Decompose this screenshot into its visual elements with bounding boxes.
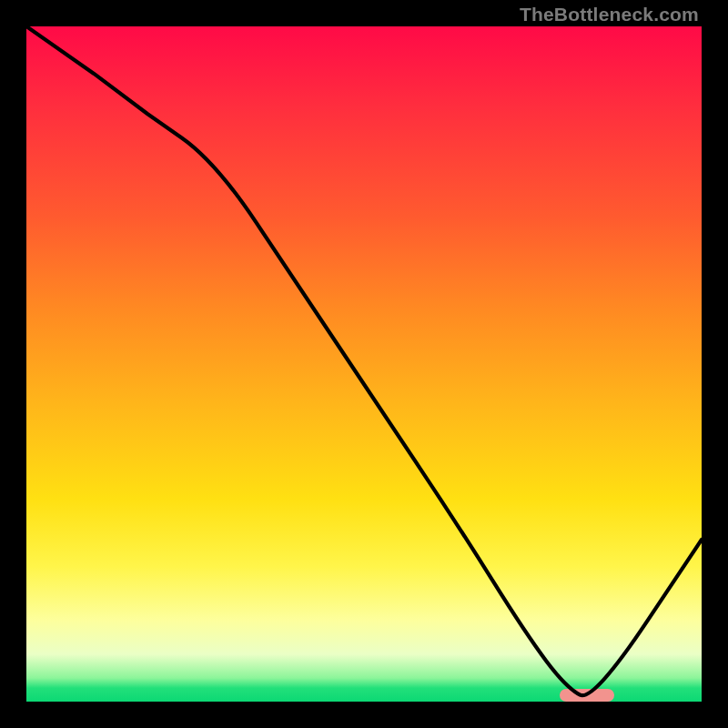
watermark-text: TheBottleneck.com [520, 4, 699, 25]
plot-area [26, 26, 702, 702]
chart-frame: TheBottleneck.com [0, 0, 728, 728]
bottleneck-curve [26, 26, 702, 702]
